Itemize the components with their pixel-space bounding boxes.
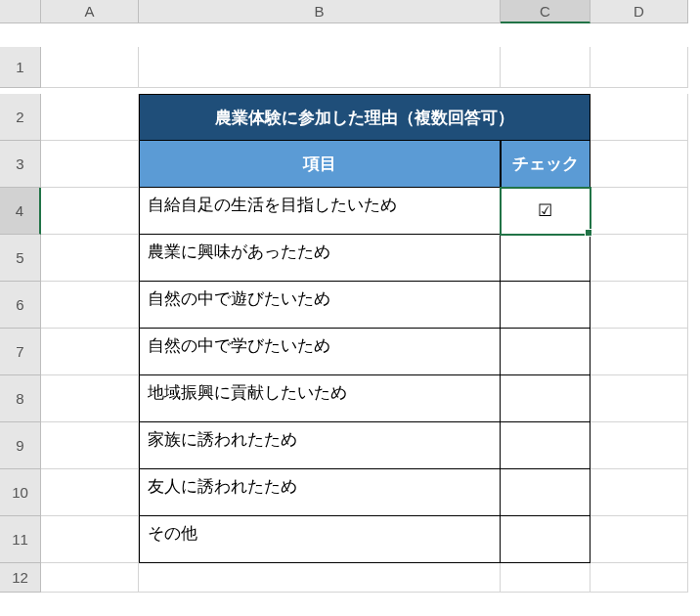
cell-A1[interactable] — [41, 47, 139, 88]
cell-B6[interactable]: 自然の中で遊びたいため — [139, 282, 501, 329]
cell-A12[interactable] — [41, 563, 139, 593]
header-check[interactable]: チェック — [501, 141, 591, 188]
cell-B8[interactable]: 地域振興に貢献したいため — [139, 375, 501, 422]
cell-C6[interactable] — [501, 282, 591, 329]
col-header-C[interactable]: C — [501, 0, 591, 23]
row-header-5[interactable]: 5 — [0, 235, 41, 282]
cell-A10[interactable] — [41, 469, 139, 516]
cell-D8[interactable] — [591, 375, 688, 422]
cell-A3[interactable] — [41, 141, 139, 188]
cell-A7[interactable] — [41, 329, 139, 375]
cell-C11[interactable] — [501, 516, 591, 563]
cell-C12[interactable] — [501, 563, 591, 593]
spreadsheet-grid: A B C D 1 2 農業体験に参加した理由（複数回答可） 3 項目 チェック… — [0, 0, 700, 610]
cell-D10[interactable] — [591, 469, 688, 516]
cell-D7[interactable] — [591, 329, 688, 375]
cell-D1[interactable] — [591, 47, 688, 88]
header-item[interactable]: 項目 — [139, 141, 501, 188]
cell-C5[interactable] — [501, 235, 591, 282]
cell-A2[interactable] — [41, 94, 139, 141]
cell-D11[interactable] — [591, 516, 688, 563]
cell-C9[interactable] — [501, 422, 591, 469]
cell-A6[interactable] — [41, 282, 139, 329]
row-header-12[interactable]: 12 — [0, 563, 41, 593]
row-header-4[interactable]: 4 — [0, 188, 41, 235]
cell-C10[interactable] — [501, 469, 591, 516]
table-title[interactable]: 農業体験に参加した理由（複数回答可） — [139, 94, 591, 141]
cell-B1[interactable] — [139, 47, 501, 88]
row-header-10[interactable]: 10 — [0, 469, 41, 516]
cell-C8[interactable] — [501, 375, 591, 422]
cell-B9[interactable]: 家族に誘われたため — [139, 422, 501, 469]
cell-D3[interactable] — [591, 141, 688, 188]
col-header-B[interactable]: B — [139, 0, 501, 23]
cell-D9[interactable] — [591, 422, 688, 469]
row-header-8[interactable]: 8 — [0, 375, 41, 422]
row-header-1[interactable]: 1 — [0, 47, 41, 88]
row-header-6[interactable]: 6 — [0, 282, 41, 329]
cell-B5[interactable]: 農業に興味があったため — [139, 235, 501, 282]
cell-D4[interactable] — [591, 188, 688, 235]
cell-B7[interactable]: 自然の中で学びたいため — [139, 329, 501, 375]
cell-A4[interactable] — [41, 188, 139, 235]
corner-cell[interactable] — [0, 0, 41, 23]
cell-A8[interactable] — [41, 375, 139, 422]
row-header-9[interactable]: 9 — [0, 422, 41, 469]
cell-D2[interactable] — [591, 94, 688, 141]
col-header-D[interactable]: D — [591, 0, 688, 23]
row-header-3[interactable]: 3 — [0, 141, 41, 188]
cell-D5[interactable] — [591, 235, 688, 282]
cell-A9[interactable] — [41, 422, 139, 469]
cell-C7[interactable] — [501, 329, 591, 375]
cell-B4[interactable]: 自給自足の生活を目指したいため — [139, 188, 501, 235]
cell-A11[interactable] — [41, 516, 139, 563]
row-header-2[interactable]: 2 — [0, 94, 41, 141]
cell-D6[interactable] — [591, 282, 688, 329]
cell-C4[interactable]: ☑ — [501, 188, 591, 235]
cell-B11[interactable]: その他 — [139, 516, 501, 563]
cell-D12[interactable] — [591, 563, 688, 593]
row-header-11[interactable]: 11 — [0, 516, 41, 563]
row-header-7[interactable]: 7 — [0, 329, 41, 375]
cell-B12[interactable] — [139, 563, 501, 593]
cell-A5[interactable] — [41, 235, 139, 282]
cell-B10[interactable]: 友人に誘われたため — [139, 469, 501, 516]
cell-C1[interactable] — [501, 47, 591, 88]
col-header-A[interactable]: A — [41, 0, 139, 23]
